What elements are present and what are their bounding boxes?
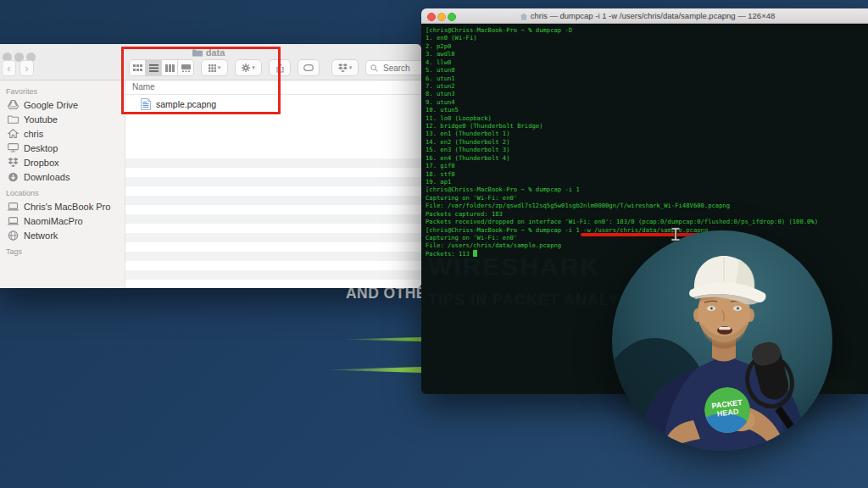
sidebar-item-label: Desktop (24, 143, 58, 153)
sidebar-item-label: chris (24, 129, 43, 139)
nav-buttons: ‹ › (2, 60, 34, 76)
ibeam-cursor (670, 227, 681, 241)
sidebar-item-network[interactable]: Network (0, 228, 125, 242)
forward-button[interactable]: › (19, 60, 34, 76)
search-icon (370, 64, 378, 72)
terminal-line: 15. en3 (Thunderbolt 3) (426, 146, 868, 153)
terminal-line: [chris@Chriss-MacBook-Pro ~ % dumpcap -i… (426, 186, 868, 193)
red-underline-annotation: -w /users/chris/data/sample.pcapng (583, 226, 708, 234)
dropbox-toolbar-button[interactable]: ▾ (331, 59, 359, 76)
terminal-line: 7. utun2 (426, 82, 868, 90)
terminal-line: 19. ap1 (426, 178, 868, 186)
terminal-line: [chris@Chriss-MacBook-Pro ~ % dumpcap -D (426, 26, 868, 34)
terminal-line: Packets captured: 183 (426, 210, 868, 218)
sidebar-item-youtube[interactable]: Youtube (0, 112, 125, 126)
home-icon (8, 129, 19, 138)
terminal-title: chris — dumpcap -i 1 -w /users/chris/dat… (421, 8, 868, 23)
file-list-stripes (125, 158, 421, 288)
terminal-line: File: /users/chris/data/sample.pcapng (426, 241, 868, 249)
terminal-line: 1. en0 (Wi-Fi) (426, 34, 868, 42)
slide-green-streak (323, 367, 421, 373)
terminal-line: File: /var/folders/zp/qswdl7s12sq5g5w01s… (426, 202, 868, 209)
sidebar-item-google-drive[interactable]: Google Drive (0, 97, 125, 112)
search-input[interactable] (381, 63, 421, 74)
downloads-icon (8, 172, 19, 182)
terminal-line: Capturing on 'Wi-Fi: en0' (426, 194, 868, 202)
presenter-video: PACKET HEAD (612, 230, 832, 451)
minimize-icon[interactable] (437, 13, 446, 21)
webcam-overlay: PACKET HEAD (612, 230, 832, 451)
terminal-line: 5. utun0 (426, 66, 868, 74)
sidebar-item-label: Youtube (24, 114, 58, 125)
terminal-line: 9. utun4 (426, 98, 868, 106)
chevron-down-icon: ▾ (349, 64, 353, 71)
slide-bleed-text: TIPS IN PACKET ANALYSIS (428, 297, 646, 304)
terminal-line-underlined-command: [chris@Chriss-MacBook-Pro ~ % dumpcap -i… (426, 226, 868, 234)
google-drive-icon (8, 100, 19, 109)
folder-icon (8, 115, 19, 124)
sidebar-item-naomimacpro[interactable]: NaomiMacPro (0, 214, 125, 228)
sidebar-item-dropbox[interactable]: Dropbox (0, 155, 125, 169)
close-icon[interactable] (427, 13, 436, 21)
terminal-line: 4. llw0 (426, 58, 868, 66)
sidebar-item-label: Google Drive (24, 100, 78, 110)
terminal-line: 8. utun3 (426, 90, 868, 97)
laptop-icon (8, 217, 19, 225)
back-button[interactable]: ‹ (2, 60, 16, 76)
sidebar-item-chriss-macbook-pro[interactable]: Chris's MacBook Pro (0, 199, 125, 214)
terminal-line: 12. bridge0 (Thunderbolt Bridge) (426, 122, 868, 130)
terminal-line: 11. lo0 (Loopback) (426, 114, 868, 122)
dropbox-icon (338, 64, 348, 72)
dropbox-icon (8, 158, 19, 167)
sidebar-item-label: Network (24, 230, 58, 241)
sidebar-item-label: Chris's MacBook Pro (24, 202, 110, 212)
sidebar-section-favorites: Favorites (6, 87, 125, 96)
globe-icon (8, 230, 19, 241)
terminal-line: 2. p2p0 (426, 42, 868, 50)
search-field[interactable] (365, 60, 421, 75)
sidebar-item-downloads[interactable]: Downloads (0, 169, 125, 184)
sidebar-item-label: Dropbox (24, 158, 59, 168)
finder-sidebar: Favorites Google Drive Youtube chris Des… (0, 80, 125, 288)
tag-icon (303, 64, 314, 71)
terminal-titlebar: chris — dumpcap -i 1 -w /users/chris/dat… (421, 8, 868, 24)
slide-green-streak (340, 337, 421, 341)
slide-bleed-text: WIRESHARK (428, 263, 600, 270)
terminal-line: 16. en4 (Thunderbolt 4) (426, 154, 868, 162)
sidebar-item-label: NaomiMacPro (24, 216, 83, 226)
terminal-line: 3. awdl0 (426, 50, 868, 58)
home-proxy-icon (520, 13, 528, 20)
laptop-icon (8, 202, 19, 211)
terminal-line: 18. stf0 (426, 170, 868, 178)
terminal-line: Packets received/dropped on interface 'W… (426, 218, 868, 225)
sidebar-item-chris[interactable]: chris (0, 126, 125, 141)
sidebar-item-desktop[interactable]: Desktop (0, 141, 125, 155)
terminal-line: 17. gif0 (426, 162, 868, 169)
tag-button[interactable] (298, 59, 320, 76)
terminal-line: 14. en2 (Thunderbolt 2) (426, 138, 868, 146)
annotation-red-rectangle (121, 47, 281, 114)
zoom-icon[interactable] (448, 13, 456, 21)
desktop-icon (8, 143, 19, 152)
terminal-line: 13. en1 (Thunderbolt 1) (426, 130, 868, 137)
sidebar-section-locations: Locations (6, 189, 125, 197)
screen: AND OTHER data ‹ › (0, 0, 868, 488)
terminal-line: 6. utun1 (426, 75, 868, 82)
sidebar-item-label: Downloads (24, 172, 70, 182)
sidebar-section-tags: Tags (6, 247, 125, 256)
terminal-line: 10. utun5 (426, 106, 868, 114)
